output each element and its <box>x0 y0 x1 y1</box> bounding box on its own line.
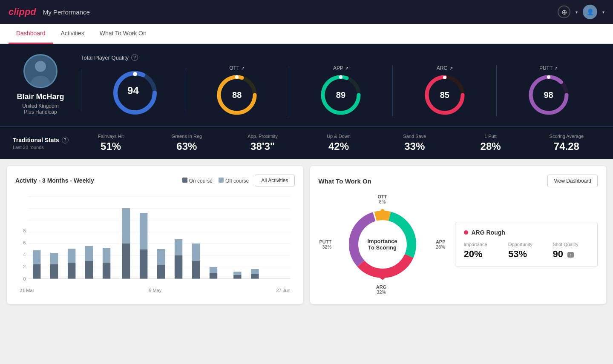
activity-header: Activity - 3 Months - Weekly On course O… <box>15 175 295 186</box>
svg-rect-39 <box>103 263 110 279</box>
gauges-container: Total Player Quality ? 94 <box>81 54 600 116</box>
svg-rect-38 <box>85 246 93 261</box>
detail-dot <box>464 230 468 235</box>
bottom-section: Activity - 3 Months - Weekly On course O… <box>0 159 613 311</box>
svg-rect-41 <box>122 244 130 279</box>
all-activities-button[interactable]: All Activities <box>255 175 294 186</box>
svg-point-64 <box>380 275 385 280</box>
svg-rect-55 <box>251 274 259 279</box>
traditional-stats: Traditional Stats ? Last 20 rounds Fairw… <box>0 126 613 159</box>
svg-rect-50 <box>192 244 200 261</box>
svg-rect-34 <box>50 253 58 264</box>
svg-point-11 <box>339 75 342 79</box>
svg-rect-48 <box>175 239 182 255</box>
svg-rect-56 <box>251 269 259 274</box>
svg-rect-45 <box>157 265 165 279</box>
svg-text:6: 6 <box>23 240 26 245</box>
gauge-app: APP ↗ 89 <box>289 65 393 116</box>
svg-rect-32 <box>33 250 40 264</box>
main-gauge: 94 <box>81 69 185 112</box>
svg-text:8: 8 <box>23 228 26 233</box>
tpq-help-icon[interactable]: ? <box>131 54 138 61</box>
header-title: My Performance <box>43 9 90 16</box>
svg-rect-44 <box>140 213 147 249</box>
svg-point-5 <box>133 72 137 76</box>
add-dropdown-arrow[interactable]: ▾ <box>576 10 578 14</box>
svg-rect-54 <box>233 272 241 275</box>
wtwon-header: What To Work On View Dashboard <box>319 175 598 187</box>
gauges-row: 94 OTT ↗ 88 <box>81 65 600 116</box>
svg-point-63 <box>409 242 414 246</box>
detail-metric-importance: Importance 20% <box>464 242 500 260</box>
trad-stats-help-icon[interactable]: ? <box>62 137 69 143</box>
chart-x-labels: 21 Mar 9 May 27 Jun <box>15 288 295 293</box>
stat-1-putt: 1 Putt 28% <box>457 134 524 152</box>
stat-greens-in-reg: Greens In Reg 63% <box>153 134 220 152</box>
donut-label-putt: PUTT 32% <box>319 239 332 249</box>
svg-rect-37 <box>85 261 93 279</box>
wtwon-content: OTT 8% APP 28% ARG 32% PUTT 32% <box>319 193 598 295</box>
tab-dashboard[interactable]: Dashboard <box>9 24 53 44</box>
player-info: Blair McHarg United Kingdom Plus Handica… <box>13 54 68 115</box>
svg-point-14 <box>443 76 446 79</box>
wtwon-title: What To Work On <box>319 178 371 185</box>
svg-point-65 <box>351 242 356 246</box>
player-name: Blair McHarg <box>17 92 64 101</box>
gauge-arg-label: ARG ↗ <box>437 65 453 71</box>
shot-quality-tag: ↑ <box>567 252 574 258</box>
trad-stats-label: Traditional Stats ? Last 20 rounds <box>13 137 69 150</box>
svg-text:2: 2 <box>23 264 26 269</box>
trad-stats-title: Traditional Stats ? <box>13 137 69 143</box>
svg-rect-35 <box>68 263 75 279</box>
tab-activities[interactable]: Activities <box>53 24 92 44</box>
player-handicap: Plus Handicap <box>24 109 57 115</box>
main-score: 94 <box>127 85 139 97</box>
player-avatar <box>23 54 58 88</box>
detail-card: ARG Rough Importance 20% Opportunity 53%… <box>455 222 598 267</box>
stat-sand-save: Sand Save 33% <box>381 134 448 152</box>
gauge-putt-value: 98 <box>544 90 553 100</box>
svg-text:0: 0 <box>23 276 26 281</box>
svg-point-8 <box>235 75 239 79</box>
detail-metrics: Importance 20% Opportunity 53% Shot Qual… <box>464 242 589 260</box>
svg-rect-33 <box>50 264 58 279</box>
donut-label-arg: ARG 32% <box>376 284 386 295</box>
header-left: clippd My Performance <box>9 6 90 17</box>
activity-title: Activity - 3 Months - Weekly <box>15 177 94 184</box>
stat-up-down: Up & Down 42% <box>305 134 372 152</box>
add-button[interactable]: ⊕ <box>558 6 570 18</box>
avatar[interactable]: 👤 <box>583 5 597 19</box>
donut-label-app: APP 28% <box>436 239 446 249</box>
svg-rect-36 <box>68 249 75 263</box>
svg-rect-49 <box>192 261 200 279</box>
what-to-work-on-panel: What To Work On View Dashboard OTT 8% AP… <box>310 166 607 304</box>
activity-legend: On course Off course <box>182 178 249 184</box>
tab-what-to-work-on[interactable]: What To Work On <box>92 24 154 44</box>
header-right: ⊕ ▾ 👤 ▾ <box>558 5 604 19</box>
gauge-arg-value: 85 <box>440 90 449 100</box>
view-dashboard-button[interactable]: View Dashboard <box>547 175 598 187</box>
detail-card-header: ARG Rough <box>464 229 589 236</box>
stat-app-proximity: App. Proximity 38'3" <box>229 134 296 152</box>
svg-rect-40 <box>103 248 110 263</box>
svg-text:4: 4 <box>23 252 26 257</box>
header: clippd My Performance ⊕ ▾ 👤 ▾ <box>0 0 613 24</box>
svg-rect-51 <box>210 273 217 279</box>
gauge-ott-value: 88 <box>232 90 242 100</box>
donut-label-ott: OTT 8% <box>378 194 387 204</box>
gauge-putt-label: PUTT ↗ <box>539 65 558 71</box>
activity-panel: Activity - 3 Months - Weekly On course O… <box>7 166 303 304</box>
gauge-ott-label: OTT ↗ <box>229 65 245 71</box>
trad-stats-subtitle: Last 20 rounds <box>13 145 69 150</box>
activity-chart-area: 0 2 4 6 8 <box>15 192 295 286</box>
logo: clippd <box>9 6 36 17</box>
svg-rect-31 <box>33 264 40 279</box>
avatar-dropdown-arrow[interactable]: ▾ <box>602 10 604 14</box>
hero-section: Blair McHarg United Kingdom Plus Handica… <box>0 44 613 126</box>
svg-rect-46 <box>157 249 165 265</box>
svg-point-17 <box>547 75 550 79</box>
gauge-arg: ARG ↗ 85 <box>393 65 497 116</box>
gauge-ott: OTT ↗ 88 <box>185 65 289 116</box>
donut-chart <box>344 206 421 283</box>
gauge-app-value: 89 <box>336 90 345 100</box>
